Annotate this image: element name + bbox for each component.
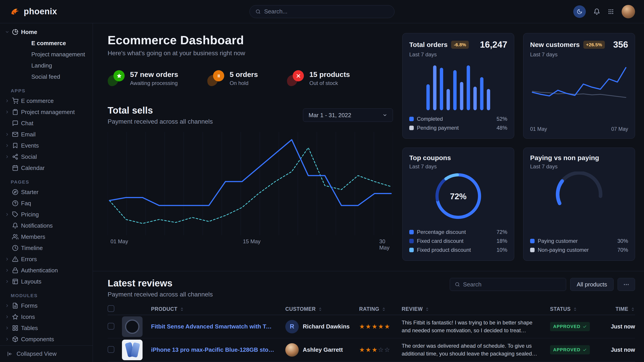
legend-item-completed: Completed52% — [409, 115, 507, 123]
sidebar-subitem-e-commerce[interactable]: E commerce — [5, 37, 88, 49]
apps-grid-button[interactable] — [608, 8, 614, 15]
sidebar-subitem-landing[interactable]: Landing — [5, 60, 88, 71]
stat-caption: Out of stock — [309, 80, 350, 86]
sidebar-item-email[interactable]: Email — [5, 129, 88, 140]
sidebar-item-starter[interactable]: Starter — [5, 186, 88, 198]
sidebar-item-calendar[interactable]: Calendar — [5, 162, 88, 174]
sidebar-item-events[interactable]: Events — [5, 140, 88, 151]
star-icon: ☆ — [384, 346, 390, 353]
column-header-review[interactable]: REVIEW — [402, 306, 550, 312]
sidebar-subitem-social-feed[interactable]: Social feed — [5, 71, 88, 82]
sidebar-item-errors[interactable]: Errors — [5, 254, 88, 265]
notifications-button[interactable] — [594, 8, 600, 15]
reviews-search-input[interactable] — [463, 281, 561, 288]
sidebar-subitem-project-management[interactable]: Project management — [5, 49, 88, 60]
caret-right-icon — [5, 315, 10, 319]
user-avatar[interactable] — [622, 5, 635, 18]
sidebar-section-label-modules: MODULES — [11, 293, 88, 298]
sidebar-item-authentication[interactable]: Authentication — [5, 265, 88, 276]
sidebar: HomeE commerceProject managementLandingS… — [0, 23, 93, 362]
product-cell: Fitbit Sense Advanced Smartwatch with To… — [151, 323, 285, 330]
top-navbar: phoenix — [0, 0, 644, 23]
column-header-product[interactable]: PRODUCT — [151, 306, 285, 312]
total-sells-chart — [108, 132, 393, 235]
sidebar-item-forms[interactable]: Forms — [5, 300, 88, 311]
column-header-customer[interactable]: CUSTOMER — [285, 306, 359, 312]
sidebar-item-e-commerce[interactable]: E commerce — [5, 95, 88, 106]
sidebar-item-social[interactable]: Social — [5, 151, 88, 162]
column-header-rating[interactable]: RATING — [359, 306, 402, 312]
sidebar-item-icons[interactable]: Icons — [5, 311, 88, 323]
total-orders-value: 16,247 — [480, 39, 507, 50]
global-search-input[interactable] — [264, 8, 388, 15]
caret-spacer — [5, 235, 10, 239]
sidebar-section-label-pages: PAGES — [11, 179, 88, 185]
status-cell: APPROVED — [550, 345, 602, 355]
sidebar-item-members[interactable]: Members — [5, 231, 88, 242]
paying-legend: Paying customer30%Non-paying customer70% — [530, 237, 628, 254]
sidebar-item-chat[interactable]: Chat — [5, 118, 88, 129]
brand-link[interactable]: phoenix — [10, 6, 57, 17]
sidebar-item-timeline[interactable]: Timeline — [5, 242, 88, 254]
sidebar-item-label: Social — [21, 153, 37, 160]
total-orders-bar-chart — [409, 61, 507, 111]
star-icon: ★ — [359, 323, 366, 330]
bookmark-icon — [12, 142, 18, 149]
more-options-button[interactable]: ⋯ — [618, 278, 635, 291]
global-search[interactable] — [250, 5, 394, 18]
caret-spacer — [5, 223, 10, 228]
reviews-search[interactable] — [450, 278, 566, 291]
new-customers-badge: +26.5% — [583, 41, 605, 49]
top-coupons-title: Top coupons — [409, 154, 451, 162]
bell-icon — [12, 223, 18, 229]
top-coupons-donut-chart: 72% — [436, 173, 481, 220]
date-range-select[interactable]: Mar 1 - 31, 2022 — [303, 108, 393, 122]
sidebar-item-home[interactable]: Home — [5, 26, 88, 37]
all-products-button[interactable]: All products — [570, 278, 614, 291]
sidebar-item-faq[interactable]: Faq — [5, 198, 88, 209]
sidebar-item-layouts[interactable]: Layouts — [5, 276, 88, 287]
theme-toggle-button[interactable] — [573, 5, 586, 18]
sidebar-item-components[interactable]: Components — [5, 334, 88, 345]
caret-right-icon — [5, 268, 10, 273]
sidebar-item-project-management[interactable]: Project management — [5, 106, 88, 118]
stat-value: 15 products — [309, 70, 350, 79]
sidebar-item-notifications[interactable]: Notifications — [5, 220, 88, 231]
paying-vs-non-paying-card: Paying vs non paying Last 7 days Paying … — [523, 148, 635, 261]
x-icon — [293, 70, 304, 81]
product-link[interactable]: iPhone 13 pro max-Pacific Blue-128GB sto… — [151, 346, 275, 353]
column-header-status[interactable]: STATUS — [550, 306, 602, 312]
caret-spacer — [5, 121, 10, 125]
star-icon: ★ — [378, 323, 384, 330]
latest-reviews-subtitle: Payment received across all channels — [108, 291, 213, 298]
legend-label: Pending payment — [417, 125, 459, 131]
sidebar-item-label: Project management — [21, 109, 75, 116]
top-coupons-card: Top coupons Last 7 days 72% Percentage d… — [402, 148, 514, 261]
stat-value: 5 orders — [230, 70, 258, 79]
tag-icon — [12, 211, 18, 218]
caret-right-icon — [5, 212, 10, 217]
select-all-checkbox[interactable] — [108, 305, 114, 312]
caret-spacer — [5, 190, 10, 194]
page-subtitle: Here's what's going on at your business … — [108, 50, 393, 57]
row-checkbox[interactable] — [108, 323, 114, 330]
row-checkbox[interactable] — [108, 346, 114, 353]
stat-value: 57 new orders — [130, 70, 178, 79]
sidebar-nav: HomeE commerceProject managementLandingS… — [0, 23, 93, 346]
column-header-time[interactable]: TIME — [602, 306, 635, 312]
checkbox-cell — [108, 305, 122, 313]
collapsed-view-toggle[interactable]: Collapsed View — [0, 346, 93, 362]
table-row: iPhone 13 pro max-Pacific Blue-128GB sto… — [108, 338, 635, 362]
star-icon: ★ — [366, 323, 372, 330]
new-customers-card: New customers +26.5% 356 Last 7 days 01 … — [523, 33, 635, 139]
total-orders-badge: -6.8% — [451, 41, 469, 49]
product-link[interactable]: Fitbit Sense Advanced Smartwatch with To… — [151, 323, 275, 330]
legend-value: 72% — [496, 229, 507, 235]
product-image-cell — [122, 340, 151, 360]
caret-right-icon — [5, 110, 10, 114]
bell-icon — [594, 8, 600, 15]
sidebar-item-pricing[interactable]: Pricing — [5, 209, 88, 220]
stat-icon — [287, 70, 304, 86]
star-icon: ★ — [359, 346, 366, 353]
sidebar-item-tables[interactable]: Tables — [5, 323, 88, 334]
